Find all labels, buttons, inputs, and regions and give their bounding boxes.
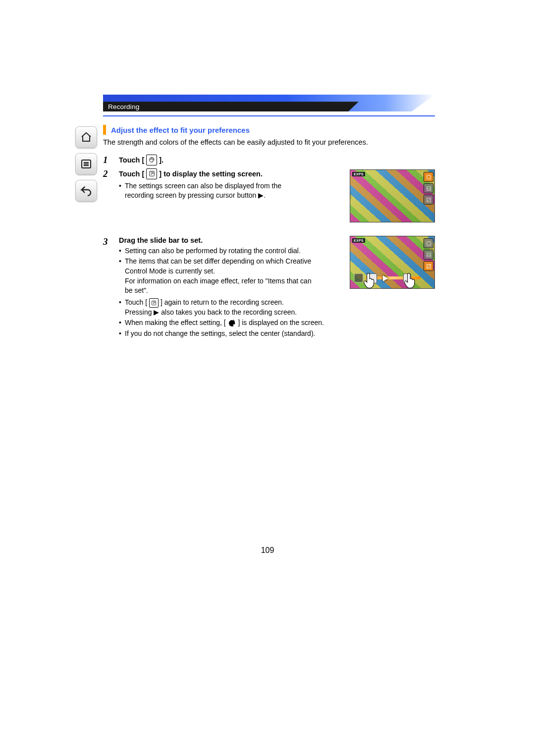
touch-gesture-icon bbox=[359, 268, 380, 289]
svg-line-15 bbox=[427, 264, 430, 268]
bullet-text: When making the effect setting, [ bbox=[125, 319, 226, 326]
step-number: 3 bbox=[103, 237, 112, 246]
bullet-text: Setting can also be performed by rotatin… bbox=[125, 247, 301, 255]
paint-tool-icon bbox=[146, 168, 157, 179]
step-3-bullet: If you do not change the settings, selec… bbox=[119, 329, 396, 339]
svg-rect-8 bbox=[427, 175, 430, 178]
step-3-bullet: Setting can also be performed by rotatin… bbox=[119, 246, 312, 256]
svg-line-11 bbox=[427, 198, 430, 201]
picture-tool-icon bbox=[424, 183, 433, 193]
step-2-mid: ] to display the setting screen. bbox=[159, 170, 263, 178]
bullet-text: Pressing ▶ also takes you back to the re… bbox=[125, 308, 396, 318]
list-icon bbox=[80, 158, 92, 170]
paint-tool-icon bbox=[424, 172, 433, 182]
bullet-text: The items that can be set differ dependi… bbox=[125, 257, 311, 275]
palette-plus-icon bbox=[228, 319, 236, 327]
header-rule bbox=[103, 115, 435, 116]
exposure-tool-icon bbox=[424, 195, 433, 205]
back-icon bbox=[80, 185, 92, 197]
nav-back-button[interactable] bbox=[75, 180, 97, 202]
nav-home-button[interactable] bbox=[75, 126, 97, 148]
example-screenshot-2: EXPS bbox=[350, 236, 435, 289]
step-2-bullet: The settings screen can also be displaye… bbox=[119, 181, 312, 201]
bullet-text: For information on each image effect, re… bbox=[125, 276, 312, 296]
section-header: Recording bbox=[103, 95, 435, 111]
svg-point-6 bbox=[153, 159, 153, 160]
mode-badge: EXPS bbox=[352, 238, 365, 243]
step-3-bullet: The items that can be set differ dependi… bbox=[119, 257, 312, 295]
drag-arrow-icon bbox=[383, 275, 388, 281]
home-icon bbox=[80, 131, 92, 143]
svg-point-4 bbox=[150, 159, 151, 160]
section-title: Adjust the effect to fit your preference… bbox=[111, 126, 250, 134]
svg-rect-13 bbox=[427, 253, 430, 256]
step-number: 1 bbox=[103, 155, 112, 164]
step-1-title: Touch [ ]. bbox=[119, 155, 435, 165]
section-category: Recording bbox=[103, 103, 139, 110]
step-1: 1 Touch [ ]. bbox=[103, 155, 435, 165]
touch-gesture-icon bbox=[400, 268, 421, 289]
mode-badge: EXPS bbox=[352, 172, 365, 176]
svg-rect-9 bbox=[427, 186, 430, 190]
exposure-tool-icon bbox=[424, 261, 433, 271]
step-3-bullet: Touch [ ] again to return to the recordi… bbox=[119, 298, 396, 317]
bullet-text: ] is displayed on the screen. bbox=[238, 319, 324, 326]
page-number: 109 bbox=[0, 546, 535, 555]
accent-bar bbox=[103, 125, 106, 135]
palette-icon bbox=[146, 155, 157, 165]
bullet-text: Touch [ bbox=[125, 298, 147, 306]
paint-tool-icon bbox=[149, 298, 159, 308]
paint-tool-icon bbox=[424, 238, 433, 248]
svg-rect-12 bbox=[427, 241, 430, 245]
picture-tool-icon bbox=[424, 250, 433, 260]
step-2-title: Touch [ ] to display the setting screen. bbox=[119, 168, 312, 179]
step-number: 2 bbox=[103, 169, 112, 178]
bullet-text: The settings screen can also be displaye… bbox=[125, 182, 281, 190]
step-1-prefix: Touch [ bbox=[119, 156, 144, 164]
section-intro: The strength and colors of the effects c… bbox=[103, 138, 435, 148]
step-1-suffix: ]. bbox=[159, 156, 163, 164]
bullet-text: recording screen by pressing cursor butt… bbox=[125, 191, 266, 199]
svg-point-5 bbox=[152, 158, 152, 159]
bullet-text: If you do not change the settings, selec… bbox=[125, 329, 315, 337]
nav-contents-button[interactable] bbox=[75, 153, 97, 175]
example-screenshot-1: EXPS bbox=[350, 169, 435, 222]
step-3-bullet: When making the effect setting, [ ] is d… bbox=[119, 318, 396, 328]
step-2-prefix: Touch [ bbox=[119, 170, 144, 178]
svg-rect-18 bbox=[232, 321, 235, 321]
bullet-text: ] again to return to the recording scree… bbox=[160, 298, 284, 306]
